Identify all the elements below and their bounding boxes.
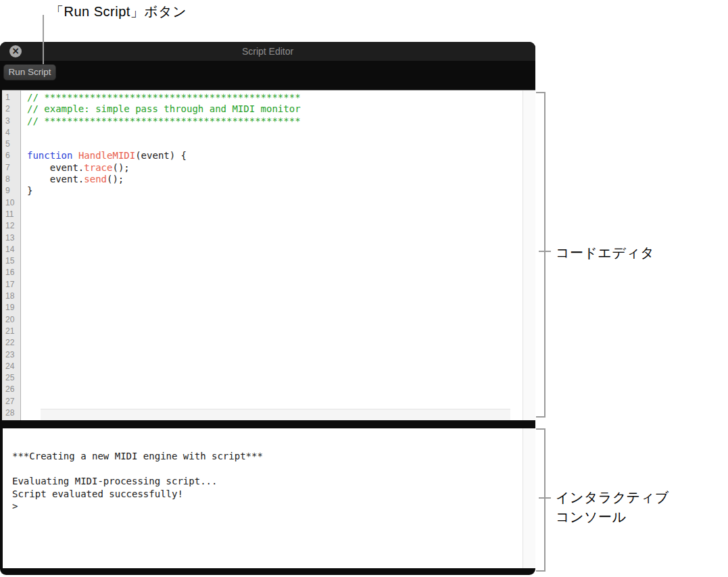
interactive-console-pane: ***Creating a new MIDI engine with scrip… — [3, 428, 535, 568]
line-number: 14 — [5, 244, 20, 255]
line-number: 13 — [5, 232, 20, 244]
line-number: 17 — [5, 279, 20, 291]
code-line — [27, 197, 523, 209]
line-number: 19 — [5, 302, 20, 313]
code-editor-bracket-tick — [539, 251, 551, 252]
code-line — [27, 384, 523, 395]
line-number: 5 — [5, 139, 20, 150]
console-bracket-bottom-cap — [536, 570, 545, 572]
code-editor-bracket-top-cap — [536, 92, 545, 93]
code-line — [27, 279, 523, 291]
line-number: 3 — [5, 116, 20, 127]
line-number: 10 — [5, 197, 20, 209]
code-line: event.send(); — [27, 174, 523, 185]
line-number: 27 — [5, 396, 20, 407]
code-line — [27, 326, 523, 337]
code-editor-input[interactable]: // *************************************… — [21, 91, 523, 420]
console-bracket-top-cap — [536, 428, 545, 430]
code-editor-bracket-bottom-cap — [536, 416, 545, 418]
code-editor-callout-label: コードエディタ — [556, 243, 654, 263]
code-line: // example: simple pass through and MIDI… — [27, 103, 523, 115]
line-number: 11 — [5, 209, 20, 220]
code-line: } — [27, 185, 523, 197]
line-number: 7 — [5, 162, 20, 174]
page: 「Run Script」ボタン × Script Editor Run Scri… — [0, 0, 728, 577]
line-number: 9 — [5, 185, 20, 197]
line-number: 1 — [5, 92, 20, 103]
code-line — [27, 291, 523, 302]
code-editor-bracket-line — [544, 92, 545, 418]
line-number: 22 — [5, 337, 20, 349]
code-line — [27, 337, 523, 349]
line-number: 8 — [5, 174, 20, 185]
code-line: event.trace(); — [27, 162, 523, 174]
code-lines: // *************************************… — [27, 92, 523, 419]
line-number: 18 — [5, 291, 20, 302]
window-title: Script Editor — [0, 42, 535, 61]
code-line — [27, 302, 523, 313]
line-number: 21 — [5, 326, 20, 337]
run-button-callout-leader-line — [43, 15, 44, 64]
close-icon: × — [9, 45, 22, 57]
code-line — [27, 349, 523, 361]
console-output[interactable]: ***Creating a new MIDI engine with scrip… — [3, 428, 523, 568]
code-line — [27, 220, 523, 232]
line-number: 2 — [5, 103, 20, 115]
line-number: 15 — [5, 255, 20, 267]
run-button-callout-label: 「Run Script」ボタン — [50, 2, 187, 22]
line-number: 16 — [5, 267, 20, 278]
console-bracket-tick — [539, 497, 551, 499]
line-number: 23 — [5, 349, 20, 361]
line-number: 24 — [5, 361, 20, 372]
code-line — [27, 396, 523, 407]
line-number: 20 — [5, 314, 20, 326]
code-line: // *************************************… — [27, 92, 523, 103]
close-button[interactable]: × — [9, 45, 22, 57]
line-number-gutter: 1234567891011121314151617181920212223242… — [2, 91, 21, 420]
line-number: 4 — [5, 127, 20, 139]
code-line — [27, 255, 523, 267]
line-number: 12 — [5, 220, 20, 232]
console-callout-label: インタラクティブコンソール — [556, 488, 683, 527]
code-line — [27, 209, 523, 220]
code-line — [27, 139, 523, 150]
code-line — [27, 244, 523, 255]
code-line — [27, 361, 523, 372]
code-line: // *************************************… — [27, 116, 523, 127]
code-line — [27, 232, 523, 244]
code-editor-pane: 1234567891011121314151617181920212223242… — [2, 90, 535, 420]
code-line — [27, 267, 523, 278]
console-bracket-line — [544, 428, 545, 572]
code-line: function HandleMIDI(event) { — [27, 150, 523, 161]
line-number: 26 — [5, 384, 20, 395]
code-line — [27, 314, 523, 326]
code-line — [27, 372, 523, 384]
code-line — [27, 127, 523, 139]
line-number: 28 — [5, 407, 20, 419]
line-number: 6 — [5, 150, 20, 161]
editor-vertical-scrollbar[interactable] — [523, 91, 535, 420]
window-titlebar[interactable]: × Script Editor — [0, 42, 535, 61]
editor-horizontal-scrollbar[interactable] — [41, 409, 510, 420]
run-script-button[interactable]: Run Script — [3, 64, 56, 80]
script-editor-window: × Script Editor Run Script 1234567891011… — [0, 42, 535, 575]
console-vertical-scrollbar[interactable] — [523, 428, 535, 568]
line-number: 25 — [5, 372, 20, 384]
